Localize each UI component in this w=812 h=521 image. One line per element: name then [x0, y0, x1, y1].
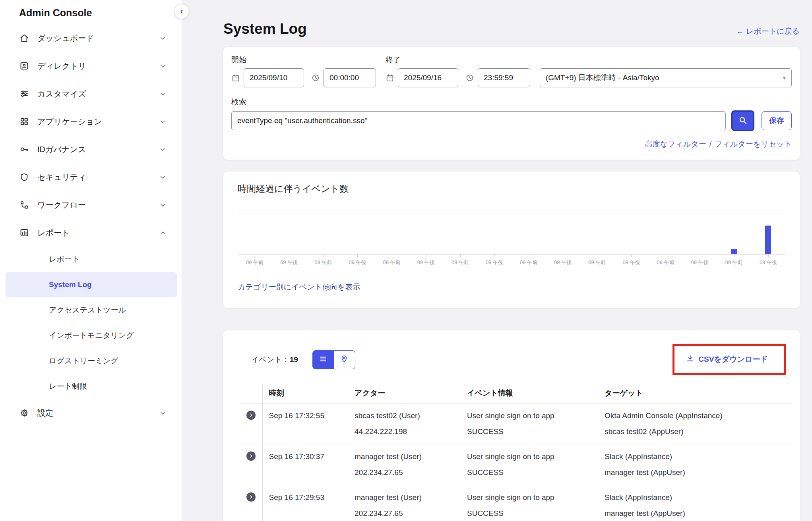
- event-row: Sep 16 17:32:55sbcas test02 (User)44.224…: [240, 403, 792, 444]
- event-info: User single sign on to appSUCCESS: [467, 444, 605, 485]
- sidebar-subitem-rate-limits[interactable]: レート制限: [6, 374, 177, 399]
- download-csv-button[interactable]: CSVをダウンロード: [686, 354, 768, 365]
- reset-filter-link[interactable]: フィルターをリセット: [715, 140, 792, 148]
- start-time-input[interactable]: [324, 68, 376, 87]
- calendar-icon: [386, 73, 394, 82]
- x-tick-label: 09 午後: [683, 255, 717, 266]
- x-tick-label: 09 午前: [306, 255, 340, 266]
- end-date-input[interactable]: [398, 68, 458, 87]
- sidebar-nav: ダッシュボードディレクトリカスタマイズアプリケーションIDガバナンスセキュリティ…: [0, 24, 182, 427]
- column-header: アクター: [355, 384, 467, 403]
- event-actor: sbcas test02 (User)44.224.222.198: [355, 403, 467, 444]
- sidebar-subitem-log-streaming[interactable]: ログストリーミング: [6, 348, 177, 374]
- start-date-input[interactable]: [244, 68, 304, 87]
- sidebar-subitem-import-monitoring[interactable]: インポートモニタリング: [6, 323, 177, 348]
- sidebar-item-directory[interactable]: ディレクトリ: [0, 52, 182, 80]
- sidebar-item-workflow[interactable]: ワークフロー: [0, 191, 182, 219]
- event-actor: manager test (User)202.234.27.65: [355, 485, 467, 521]
- sidebar-subitem-reports[interactable]: レポート: [6, 247, 177, 272]
- csv-download-area: CSVをダウンロード: [672, 344, 786, 375]
- start-label: 開始: [231, 55, 376, 65]
- advanced-filter-link[interactable]: 高度なフィルター: [645, 140, 706, 148]
- back-to-reports-link[interactable]: ← レポートに戻る: [736, 26, 800, 37]
- x-tick-label: 09 午前: [375, 255, 409, 266]
- sidebar-item-label: レポート: [37, 228, 70, 238]
- sidebar-item-customization[interactable]: カスタマイズ: [0, 80, 182, 108]
- events-count-value: 19: [290, 355, 298, 364]
- sidebar-item-identity-governance[interactable]: IDガバナンス: [0, 135, 182, 163]
- chevron-down-icon: [159, 174, 167, 181]
- sidebar-item-label: ワークフロー: [37, 200, 86, 210]
- key-icon: [19, 144, 29, 154]
- filter-card: 開始 終了: [223, 47, 800, 160]
- sidebar-item-label: IDガバナンス: [37, 144, 86, 155]
- list-view-button[interactable]: [312, 350, 334, 369]
- chevron-down-icon: [159, 118, 167, 125]
- search-input[interactable]: [231, 111, 726, 130]
- apps-icon: [19, 116, 29, 127]
- x-tick-label: 09 午後: [546, 255, 580, 266]
- clock-icon: [465, 73, 474, 82]
- x-axis: 09 午前09 午後09 午前09 午後09 午前09 午後09 午前09 午後…: [238, 255, 785, 266]
- timezone-select[interactable]: (GMT+9) 日本標準時 - Asia/Tokyo ▾: [540, 68, 792, 87]
- chart-bar: [731, 249, 737, 255]
- event-time: Sep 16 17:29:53: [262, 485, 355, 521]
- clock-icon: [311, 73, 320, 82]
- x-tick-label: 09 午前: [717, 255, 751, 266]
- chevron-down-icon: [159, 201, 167, 209]
- expand-row-button[interactable]: [246, 452, 256, 461]
- x-tick-label: 09 午後: [409, 255, 443, 266]
- page-title: System Log: [223, 21, 307, 37]
- save-button[interactable]: 保存: [762, 111, 792, 130]
- chart-title: 時間経過に伴うイベント数: [238, 183, 785, 195]
- sidebar-subitem-system-log[interactable]: System Log: [6, 272, 177, 297]
- events-over-time-card: 時間経過に伴うイベント数 09 午前09 午後09 午前09 午後09 午前09…: [223, 172, 800, 308]
- download-csv-label: CSVをダウンロード: [698, 354, 768, 365]
- main-content: System Log ← レポートに戻る 開始 終了: [182, 0, 812, 521]
- events-count: イベント：19: [251, 355, 298, 365]
- event-target: Okta Admin Console (AppInstance)sbcas te…: [605, 403, 792, 444]
- expander-column-header: [240, 384, 262, 403]
- event-row: Sep 16 17:30:37manager test (User)202.23…: [240, 444, 792, 485]
- x-tick-label: 09 午前: [512, 255, 546, 266]
- x-tick-label: 09 午前: [443, 255, 477, 266]
- column-header: イベント情報: [467, 384, 605, 403]
- events-toolbar: イベント：19: [223, 330, 800, 384]
- expand-row-button[interactable]: [246, 411, 256, 420]
- events-table: 時刻アクターイベント情報ターゲット Sep 16 17:32:55sbcas t…: [240, 384, 792, 521]
- sidebar: Admin Console ダッシュボードディレクトリカスタマイズアプリケーショ…: [0, 0, 182, 521]
- end-time-input[interactable]: [478, 68, 530, 87]
- filter-links: 高度なフィルター/フィルターをリセット: [231, 139, 792, 149]
- expand-row-button[interactable]: [246, 492, 256, 502]
- sidebar-item-label: 設定: [37, 408, 53, 419]
- shield-icon: [19, 172, 29, 182]
- sidebar-item-dashboard[interactable]: ダッシュボード: [0, 24, 182, 52]
- sidebar-item-reports[interactable]: レポート: [0, 219, 182, 247]
- chevron-down-icon: [159, 35, 167, 42]
- sidebar-collapse-button[interactable]: ‹: [174, 4, 189, 19]
- sidebar-item-label: セキュリティ: [37, 172, 86, 183]
- customize-icon: [19, 89, 29, 99]
- sidebar-item-label: ダッシュボード: [37, 33, 94, 44]
- x-tick-label: 09 午後: [340, 255, 374, 266]
- search-button[interactable]: [731, 110, 754, 131]
- chevron-up-icon: [159, 229, 167, 237]
- sidebar-item-settings[interactable]: 設定: [0, 399, 182, 427]
- chevron-down-icon: ▾: [783, 74, 786, 81]
- event-trends-by-category-link[interactable]: カテゴリー別にイベント傾向を表示: [238, 282, 360, 292]
- chevron-down-icon: [159, 409, 167, 417]
- event-target: Slack (AppInstance)manager test (AppUser…: [605, 444, 792, 485]
- reports-icon: [19, 228, 29, 238]
- workflow-icon: [19, 200, 29, 210]
- events-count-label: イベント：: [251, 355, 290, 364]
- sidebar-subitem-access-testing-tool[interactable]: アクセステストツール: [6, 297, 177, 323]
- x-tick-label: 09 午前: [580, 255, 614, 266]
- map-view-button[interactable]: [334, 350, 355, 369]
- chart-bar: [765, 226, 771, 254]
- sidebar-item-applications[interactable]: アプリケーション: [0, 108, 182, 135]
- gear-icon: [19, 408, 29, 418]
- sidebar-item-security[interactable]: セキュリティ: [0, 163, 182, 191]
- x-tick-label: 09 午後: [751, 255, 785, 266]
- event-actor: manager test (User)202.234.27.65: [355, 444, 467, 485]
- events-table-card: イベント：19: [223, 330, 800, 521]
